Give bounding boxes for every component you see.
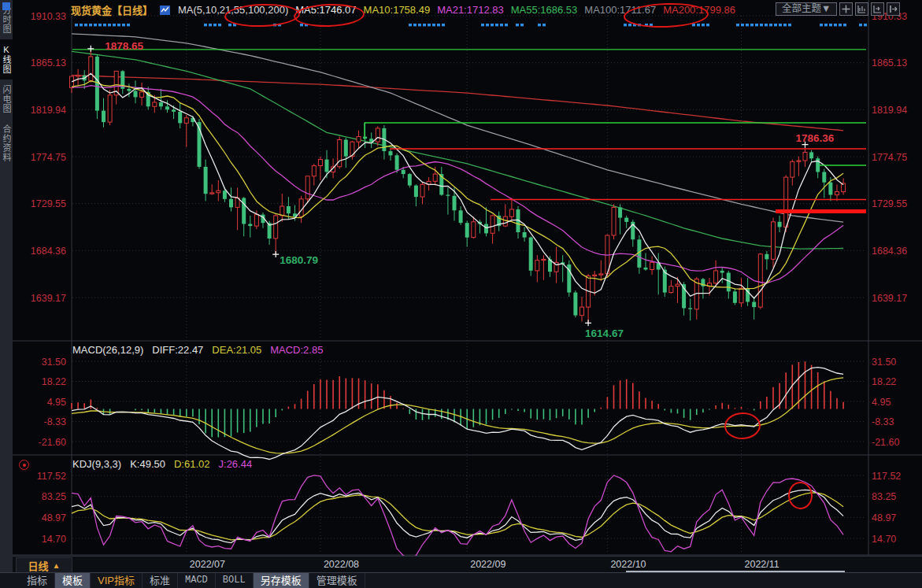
timeframe-selector[interactable]: 日线 ▲: [16, 557, 72, 574]
macd-dea-value: DEA:21.05: [212, 344, 261, 356]
tab-manage-template[interactable]: 管理模板: [309, 573, 365, 588]
tab-vip-indicators[interactable]: VIP指标: [91, 573, 143, 588]
x-axis-label: 2022/10: [610, 559, 646, 570]
svg-text:1910.33: 1910.33: [31, 11, 66, 22]
legend-ma-value-2: MA21:1712.83: [437, 4, 504, 16]
macd-header: MACD(26,12,9) DIFF:22.47 DEA:21.05 MACD:…: [72, 344, 323, 356]
svg-text:1774.75: 1774.75: [31, 152, 66, 163]
indicator-settings-icon[interactable]: [19, 460, 29, 470]
chart-canvas[interactable]: 1910.331910.331865.131865.131819.941819.…: [0, 0, 922, 588]
svg-text:-21.60: -21.60: [872, 437, 899, 448]
tab-macd[interactable]: MACD: [178, 573, 216, 588]
svg-text:14.70: 14.70: [872, 534, 896, 545]
bottom-tab-bar: 指标 模板 VIP指标 标准 MACD BOLL 另存模板 管理模板: [0, 572, 922, 588]
svg-text:1684.36: 1684.36: [872, 246, 907, 257]
grid-lines: [13, 0, 922, 555]
macd-value: MACD:2.85: [270, 344, 323, 356]
svg-text:14.70: 14.70: [42, 534, 66, 545]
svg-text:48.97: 48.97: [872, 512, 896, 523]
drawn-horizontal-lines[interactable]: [72, 50, 866, 212]
event-markers[interactable]: [75, 24, 867, 26]
timeframe-label: 日线: [28, 558, 49, 573]
svg-text:4.95: 4.95: [872, 397, 891, 408]
left-sidebar: 分时图 K线图 闪电图 合约资料: [0, 0, 13, 588]
svg-text:1684.36: 1684.36: [31, 246, 66, 257]
ma-fast-lines: [72, 73, 843, 298]
svg-text:31.50: 31.50: [872, 357, 896, 368]
pan-right-axis-icon[interactable]: [871, 2, 884, 16]
svg-text:1680.79: 1680.79: [280, 254, 318, 266]
sidebar-item-kline-chart[interactable]: K线图: [0, 39, 13, 80]
x-axis-label: 2022/08: [324, 559, 359, 570]
svg-text:1614.67: 1614.67: [585, 327, 624, 339]
kdj-header: KDJ(9,3,3) K:49.50 D:61.02 J:26.44: [72, 458, 252, 470]
svg-text:1639.17: 1639.17: [31, 293, 66, 304]
macd-panel[interactable]: [72, 361, 843, 459]
kdj-j-value: J:26.44: [219, 458, 253, 470]
macd-diff-value: DIFF:22.47: [152, 344, 203, 356]
theme-select-button[interactable]: 全部主题▼: [776, 2, 837, 16]
x-axis-label: 2022/09: [470, 559, 505, 570]
kdj-d-value: D:61.02: [174, 458, 210, 470]
timeframe-arrow-icon: ▲: [53, 561, 61, 570]
chart-toolbar: 全部主题▼: [776, 2, 900, 16]
sidebar-item-contract-info[interactable]: 合约资料: [0, 119, 13, 168]
svg-text:83.25: 83.25: [42, 491, 66, 502]
symbol-title: 现货黄金【日线】: [71, 2, 153, 17]
svg-text:1865.13: 1865.13: [872, 57, 907, 68]
svg-text:1865.13: 1865.13: [31, 57, 66, 68]
kdj-title: KDJ(9,3,3): [72, 458, 121, 470]
kdj-k-value: K:49.50: [130, 458, 165, 470]
legend-ma-value-1: MA10:1758.49: [364, 4, 431, 16]
h-scrollbar-thumb[interactable]: [626, 571, 845, 572]
svg-text:-21.60: -21.60: [39, 437, 66, 448]
ma-overlays: [72, 34, 843, 249]
svg-text:83.25: 83.25: [872, 491, 896, 502]
candlestick-series[interactable]: [70, 49, 846, 324]
svg-text:48.97: 48.97: [42, 512, 66, 523]
svg-text:117.52: 117.52: [37, 471, 66, 482]
tab-templates[interactable]: 模板: [55, 573, 91, 588]
trading-app-window: 1910.331910.331865.131865.131819.941819.…: [0, 0, 922, 588]
svg-text:1729.55: 1729.55: [872, 198, 907, 209]
sidebar-item-lightning-chart[interactable]: 闪电图: [0, 80, 13, 119]
app-logo-icon: [2, 2, 10, 10]
svg-text:31.50: 31.50: [42, 357, 66, 368]
macd-title: MACD(26,12,9): [72, 344, 143, 356]
legend-ma-value-3: MA55:1686.53: [511, 4, 578, 16]
extreme-price-labels: 1878.651680.791614.671786.36: [87, 40, 834, 340]
tab-indicators[interactable]: 指标: [20, 573, 55, 588]
svg-text:-8.33: -8.33: [872, 416, 894, 427]
svg-text:-8.33: -8.33: [44, 416, 67, 427]
svg-text:4.95: 4.95: [47, 397, 66, 408]
x-axis-label: 2022/11: [745, 559, 779, 570]
svg-text:1774.75: 1774.75: [872, 152, 907, 163]
svg-text:1786.36: 1786.36: [796, 132, 835, 144]
svg-text:18.22: 18.22: [872, 376, 896, 387]
svg-text:1729.55: 1729.55: [31, 198, 66, 209]
tab-save-template[interactable]: 另存模板: [254, 573, 309, 588]
svg-text:1639.17: 1639.17: [872, 293, 907, 304]
kline-chart-icon[interactable]: [160, 5, 171, 16]
collapse-panel-icon[interactable]: [887, 2, 900, 16]
tab-standard[interactable]: 标准: [143, 573, 178, 588]
svg-text:18.22: 18.22: [42, 376, 66, 387]
svg-text:1819.94: 1819.94: [31, 105, 66, 116]
crosshair-move-icon[interactable]: [839, 2, 853, 16]
tab-boll[interactable]: BOLL: [216, 573, 254, 588]
auto-scale-axis-icon[interactable]: [855, 2, 868, 16]
svg-text:1878.65: 1878.65: [105, 40, 143, 52]
x-axis-label: 2022/07: [190, 559, 225, 570]
svg-text:1819.94: 1819.94: [872, 105, 907, 116]
svg-text:117.52: 117.52: [872, 471, 901, 482]
